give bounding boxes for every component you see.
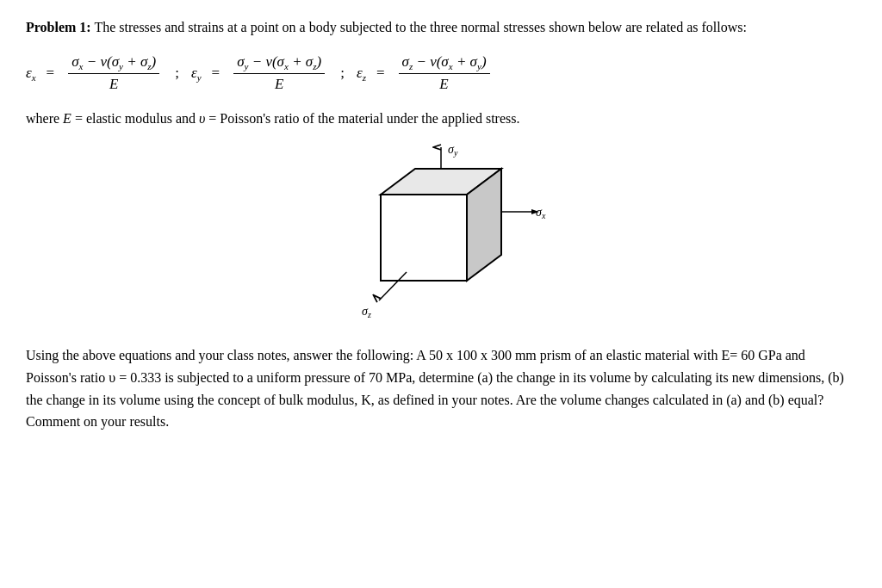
denominator-epsilon-z: E xyxy=(436,74,451,93)
cube-svg: σy σx σz xyxy=(320,143,562,332)
numerator-epsilon-x: σx − ν(σy + σz) xyxy=(68,53,159,74)
epsilon-z-label: εz xyxy=(357,65,366,83)
problem-title: Problem 1: xyxy=(26,20,91,34)
fraction-epsilon-z: σz − ν(σx + σy) E xyxy=(399,53,490,93)
svg-text:σy: σy xyxy=(448,143,458,158)
svg-text:σz: σz xyxy=(362,305,371,319)
denominator-epsilon-x: E xyxy=(106,74,121,93)
bottom-text: Using the above equations and your class… xyxy=(26,344,856,432)
formula-section: εx = σx − ν(σy + σz) E ; εy = σy − ν(σx … xyxy=(26,53,856,93)
epsilon-x-label: εx xyxy=(26,65,36,83)
cube-diagram-container: σy σx σz xyxy=(320,143,562,332)
formula-epsilon-x: εx = σx − ν(σy + σz) E xyxy=(26,53,163,93)
fraction-epsilon-x: σx − ν(σy + σz) E xyxy=(68,53,159,93)
body-text: Using the above equations and your class… xyxy=(26,348,844,429)
numerator-epsilon-z: σz − ν(σx + σy) xyxy=(399,53,490,74)
formula-epsilon-z: εz = σz − ν(σx + σy) E xyxy=(357,53,494,93)
semicolon-1: ; xyxy=(175,65,179,82)
problem-description: The stresses and strains at a point on a… xyxy=(94,20,747,34)
epsilon-y-label: εy xyxy=(191,65,202,83)
where-text: where E = elastic modulus and υ = Poisso… xyxy=(26,108,856,129)
diagram-section: σy σx σz xyxy=(26,143,856,332)
formula-epsilon-y: εy = σy − ν(σx + σz) E xyxy=(191,53,328,93)
numerator-epsilon-y: σy − ν(σx + σz) xyxy=(233,53,325,74)
fraction-epsilon-y: σy − ν(σx + σz) E xyxy=(233,53,325,93)
semicolon-2: ; xyxy=(340,65,345,82)
eq-sign-1: = xyxy=(47,65,55,82)
denominator-epsilon-y: E xyxy=(271,74,287,93)
problem-header: Problem 1: The stresses and strains at a… xyxy=(26,17,856,38)
svg-text:σx: σx xyxy=(536,206,546,220)
eq-sign-3: = xyxy=(376,65,385,82)
svg-marker-0 xyxy=(381,195,467,281)
eq-sign-2: = xyxy=(212,65,220,82)
